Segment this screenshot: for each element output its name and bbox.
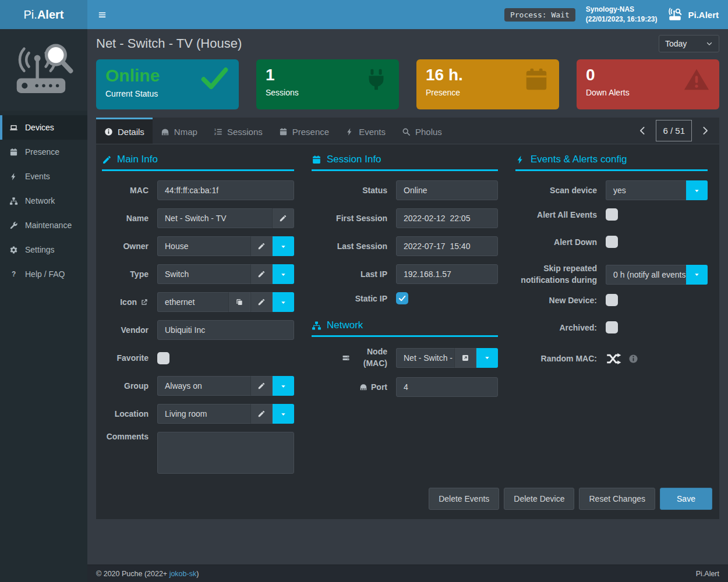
menu-toggle-icon[interactable]: [87, 0, 116, 29]
period-select[interactable]: Today: [659, 35, 719, 52]
tab-details[interactable]: Details: [96, 118, 153, 144]
external-link-icon[interactable]: [140, 298, 149, 306]
scan-device-dropdown-button[interactable]: [686, 180, 708, 200]
sidebar-item-devices[interactable]: Devices: [0, 115, 87, 140]
device-page-count: 6 / 51: [656, 120, 692, 141]
new-device-row: New Device:: [515, 294, 708, 306]
bolt-icon: [8, 172, 19, 181]
node-open-button[interactable]: [454, 348, 476, 368]
type-field[interactable]: Switch: [157, 264, 250, 284]
name-edit-button[interactable]: [272, 208, 294, 228]
delete-device-button[interactable]: Delete Device: [504, 488, 574, 510]
scan-device-select[interactable]: yes: [606, 180, 686, 200]
port-field[interactable]: 4: [396, 377, 498, 397]
group-field[interactable]: Always on: [157, 376, 250, 396]
name-label: Name: [102, 214, 149, 223]
alert-all-events-checkbox[interactable]: [606, 208, 618, 221]
calendar-icon: [312, 155, 321, 165]
sitemap-icon: [8, 197, 19, 205]
sidebar-item-label: Settings: [25, 245, 55, 254]
process-status-badge: Process: Wait: [504, 8, 575, 22]
sidebar-item-settings[interactable]: Settings: [0, 237, 87, 262]
favorite-row: Favorite: [102, 348, 294, 368]
check-icon: [199, 63, 229, 93]
tab-nmap[interactable]: Nmap: [153, 118, 206, 144]
sidebar-item-network[interactable]: Network: [0, 189, 87, 213]
icon-edit-button[interactable]: [250, 292, 273, 312]
vendor-label: Vendor: [102, 325, 149, 335]
ethernet-icon: [359, 383, 367, 391]
tab-label: Sessions: [227, 127, 263, 137]
tab-label: Details: [118, 127, 144, 137]
random-mac-label: Random MAC:: [515, 354, 597, 363]
shuffle-icon: [606, 351, 621, 367]
router-magnifier-logo: [9, 40, 78, 100]
sidebar-logo: [0, 29, 87, 111]
comments-field[interactable]: [157, 432, 294, 474]
alert-down-checkbox[interactable]: [606, 236, 618, 248]
section-title: Network: [327, 320, 363, 331]
type-row: Type Switch: [102, 264, 294, 284]
new-device-checkbox[interactable]: [606, 294, 618, 306]
archway-icon: [161, 127, 169, 136]
icon-dropdown-button[interactable]: [273, 292, 294, 312]
details-panel: Main Info MAC 44:ff:ff:ca:ba:1f Name Net…: [96, 144, 719, 519]
location-dropdown-button[interactable]: [273, 404, 294, 424]
archived-label: Archived:: [515, 323, 597, 332]
tab-sessions[interactable]: 12 Sessions: [206, 118, 271, 144]
warning-icon: [683, 66, 710, 93]
group-edit-button[interactable]: [250, 376, 273, 396]
archived-checkbox[interactable]: [606, 321, 618, 333]
owner-field[interactable]: House: [157, 236, 250, 256]
calendar-icon: [523, 66, 550, 93]
owner-dropdown-button[interactable]: [273, 236, 294, 256]
static-ip-checkbox[interactable]: [396, 292, 408, 304]
owner-edit-button[interactable]: [250, 236, 273, 256]
tab-pholus[interactable]: Pholus: [394, 118, 450, 144]
jokob-sk-link[interactable]: jokob-sk: [169, 570, 197, 578]
type-dropdown-button[interactable]: [273, 264, 294, 284]
favorite-checkbox[interactable]: [157, 352, 169, 364]
sidebar-item-maintenance[interactable]: Maintenance: [0, 213, 87, 237]
location-field[interactable]: Living room: [157, 404, 250, 424]
sidebar-item-label: Presence: [25, 147, 59, 157]
app-logo: Pi.Alert: [0, 0, 87, 29]
last-session-row: Last Session 2022-07-17 15:40: [312, 236, 498, 256]
new-device-label: New Device:: [515, 296, 597, 305]
reset-changes-button[interactable]: Reset Changes: [579, 488, 655, 510]
save-button[interactable]: Save: [660, 488, 712, 510]
skip-notifications-select[interactable]: 0 h (notify all events): [606, 265, 686, 285]
skip-notifications-dropdown-button[interactable]: [686, 265, 708, 285]
group-dropdown-button[interactable]: [273, 376, 294, 396]
node-field[interactable]: Net - Switch - POE: [396, 348, 454, 368]
tab-label: Events: [359, 127, 386, 137]
status-row: Status Online: [312, 180, 498, 200]
location-edit-button[interactable]: [250, 404, 273, 424]
delete-events-button[interactable]: Delete Events: [429, 488, 499, 510]
name-row: Name Net - Switch - TV: [102, 208, 294, 228]
tab-presence[interactable]: Presence: [271, 118, 337, 144]
icon-copy-button[interactable]: [228, 292, 250, 312]
tab-events[interactable]: Events: [337, 118, 394, 144]
sidebar-item-help[interactable]: ? Help / FAQ: [0, 262, 87, 286]
sidebar-item-label: Devices: [25, 123, 54, 132]
vendor-row: Vendor Ubiquiti Inc: [102, 320, 294, 340]
server-timestamp: (22/01/2023, 16:19:23): [586, 15, 658, 24]
node-dropdown-button[interactable]: [476, 348, 498, 368]
sidebar-item-label: Help / FAQ: [25, 269, 65, 279]
vendor-field[interactable]: Ubiquiti Inc: [157, 320, 294, 340]
period-select-value: Today: [665, 39, 687, 48]
sidebar-item-label: Network: [25, 196, 55, 205]
sidebar-item-presence[interactable]: Presence: [0, 140, 87, 164]
next-device-button[interactable]: [692, 120, 718, 141]
sidebar-item-events[interactable]: Events: [0, 164, 87, 189]
type-edit-button[interactable]: [250, 264, 273, 284]
info-icon[interactable]: [628, 354, 638, 364]
sidebar-item-label: Maintenance: [25, 221, 72, 230]
mac-field[interactable]: 44:ff:ff:ca:ba:1f: [157, 180, 294, 200]
icon-field[interactable]: ethernet: [157, 292, 228, 312]
prev-device-button[interactable]: [630, 120, 656, 141]
name-field[interactable]: Net - Switch - TV: [157, 208, 272, 228]
skip-notifications-label: Skip repeated notifications during: [515, 263, 597, 286]
random-mac-row: Random MAC:: [515, 349, 708, 368]
